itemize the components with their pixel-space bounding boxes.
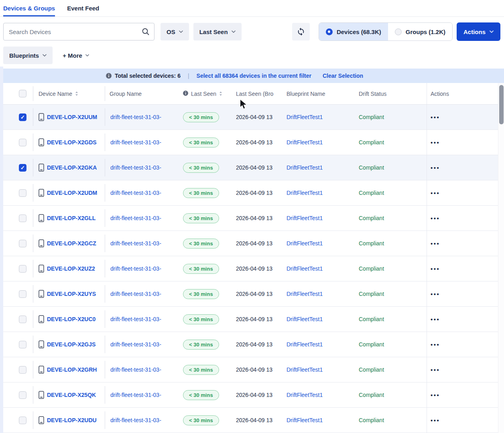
row-checkbox[interactable] xyxy=(19,265,26,273)
row-checkbox[interactable] xyxy=(19,366,26,374)
row-checkbox[interactable] xyxy=(19,391,26,399)
search-input[interactable] xyxy=(3,23,154,40)
blueprint-name-link[interactable]: DriftFleetTest1 xyxy=(287,114,323,120)
blueprint-name-link[interactable]: DriftFleetTest1 xyxy=(287,341,323,348)
row-actions-button[interactable]: ••• xyxy=(431,139,440,146)
row-actions-button[interactable]: ••• xyxy=(431,114,440,121)
header-last-seen[interactable]: Last Seen xyxy=(183,83,236,104)
row-checkbox[interactable] xyxy=(19,417,26,424)
last-seen-browser-value: 2026-04-09 13 xyxy=(236,392,272,398)
blueprint-name-link[interactable]: DriftFleetTest1 xyxy=(287,417,323,423)
row-checkbox[interactable] xyxy=(19,189,26,197)
row-checkbox[interactable] xyxy=(19,113,26,121)
last-seen-filter-dropdown[interactable]: Last Seen xyxy=(193,23,242,40)
smartphone-icon xyxy=(39,340,44,348)
row-actions-button[interactable]: ••• xyxy=(431,417,440,424)
group-name-link[interactable]: drift-fleet-test-31-03- xyxy=(110,164,161,171)
row-checkbox[interactable] xyxy=(19,214,26,222)
blueprints-filter-dropdown[interactable]: Blueprints xyxy=(3,47,53,64)
row-device-cell: DEVE-LOP-X2UZ2 xyxy=(33,256,105,281)
row-last-seen-browser-cell: 2026-04-09 13 xyxy=(236,155,287,180)
device-name-link[interactable]: DEVE-LOP-X2GRH xyxy=(47,366,97,373)
row-select-cell xyxy=(3,105,33,129)
device-name-link[interactable]: DEVE-LOP-X2GJS xyxy=(47,341,96,348)
device-name-link[interactable]: DEVE-LOP-X2UZ2 xyxy=(47,265,95,272)
device-name-link[interactable]: DEVE-LOP-X2UC0 xyxy=(47,316,96,322)
device-name-link[interactable]: DEVE-LOP-X2UUM xyxy=(47,114,97,120)
group-name-link[interactable]: drift-fleet-test-31-03- xyxy=(110,240,161,247)
blueprint-name-link[interactable]: DriftFleetTest1 xyxy=(287,291,323,297)
blueprint-name-link[interactable]: DriftFleetTest1 xyxy=(287,190,323,196)
last-seen-browser-value: 2026-04-09 13 xyxy=(236,114,272,120)
device-name-link[interactable]: DEVE-LOP-X2GLL xyxy=(47,215,96,221)
more-filters-dropdown[interactable]: + More xyxy=(63,52,89,59)
blueprint-name-link[interactable]: DriftFleetTest1 xyxy=(287,316,323,322)
row-actions-button[interactable]: ••• xyxy=(431,316,440,323)
row-actions-button[interactable]: ••• xyxy=(431,341,440,348)
row-last-seen-cell: < 30 mins xyxy=(183,206,236,231)
refresh-button[interactable] xyxy=(292,23,310,40)
drift-status-value: Compliant xyxy=(359,291,384,297)
row-last-seen-cell: < 30 mins xyxy=(183,307,236,332)
device-name-link[interactable]: DEVE-LOP-X2UYS xyxy=(47,291,96,297)
row-last-seen-browser-cell: 2026-04-09 13 xyxy=(236,281,287,306)
toggle-devices[interactable]: Devices (68.3K) xyxy=(319,23,388,40)
row-checkbox[interactable] xyxy=(19,164,26,172)
group-name-link[interactable]: drift-fleet-test-31-03- xyxy=(110,341,161,348)
row-actions-button[interactable]: ••• xyxy=(431,215,440,222)
vertical-scrollbar-track[interactable] xyxy=(498,83,504,433)
row-checkbox[interactable] xyxy=(19,139,26,146)
row-group-cell: drift-fleet-test-31-03- xyxy=(105,155,183,180)
row-actions-button[interactable]: ••• xyxy=(431,366,440,373)
group-name-link[interactable]: drift-fleet-test-31-03- xyxy=(110,417,161,423)
row-actions-button[interactable]: ••• xyxy=(431,392,440,399)
clear-selection-link[interactable]: Clear Selection xyxy=(323,73,363,79)
row-checkbox[interactable] xyxy=(19,240,26,247)
row-actions-button[interactable]: ••• xyxy=(431,164,440,171)
blueprint-name-link[interactable]: DriftFleetTest1 xyxy=(287,366,323,373)
select-all-checkbox[interactable] xyxy=(19,90,26,97)
actions-button[interactable]: Actions xyxy=(457,22,500,41)
device-name-link[interactable]: DEVE-LOP-X2GCZ xyxy=(47,240,96,247)
blueprint-name-link[interactable]: DriftFleetTest1 xyxy=(287,265,323,272)
group-name-link[interactable]: drift-fleet-test-31-03- xyxy=(110,265,161,272)
tab-event-feed[interactable]: Event Feed xyxy=(67,5,99,16)
blueprint-name-link[interactable]: DriftFleetTest1 xyxy=(287,164,323,171)
blueprint-name-link[interactable]: DriftFleetTest1 xyxy=(287,139,323,146)
row-blueprint-cell: DriftFleetTest1 xyxy=(287,332,359,357)
group-name-link[interactable]: drift-fleet-test-31-03- xyxy=(110,114,161,120)
group-name-link[interactable]: drift-fleet-test-31-03- xyxy=(110,291,161,297)
toggle-groups-label: Groups (1.2K) xyxy=(406,28,445,35)
device-name-link[interactable]: DEVE-LOP-X2GKA xyxy=(47,164,97,171)
row-checkbox[interactable] xyxy=(19,290,26,298)
group-name-link[interactable]: drift-fleet-test-31-03- xyxy=(110,392,161,398)
row-select-cell xyxy=(3,307,33,332)
blueprint-name-link[interactable]: DriftFleetTest1 xyxy=(287,240,323,247)
row-actions-button[interactable]: ••• xyxy=(431,190,440,196)
tab-devices-and-groups[interactable]: Devices & Groups xyxy=(3,5,55,16)
device-name-link[interactable]: DEVE-LOP-X2UDM xyxy=(47,190,97,196)
os-filter-dropdown[interactable]: OS xyxy=(161,23,189,40)
group-name-link[interactable]: drift-fleet-test-31-03- xyxy=(110,215,161,221)
header-device-name[interactable]: Device Name xyxy=(33,83,105,104)
row-actions-button[interactable]: ••• xyxy=(431,265,440,272)
row-checkbox[interactable] xyxy=(19,316,26,323)
row-actions-button[interactable]: ••• xyxy=(431,240,440,247)
device-name-link[interactable]: DEVE-LOP-X2GDS xyxy=(47,139,97,146)
group-name-link[interactable]: drift-fleet-test-31-03- xyxy=(110,366,161,373)
row-checkbox[interactable] xyxy=(19,341,26,348)
table-row: DEVE-LOP-X2UZ2 drift-fleet-test-31-03- <… xyxy=(3,256,504,281)
group-name-link[interactable]: drift-fleet-test-31-03- xyxy=(110,190,161,196)
blueprint-name-link[interactable]: DriftFleetTest1 xyxy=(287,392,323,398)
select-all-link[interactable]: Select all 68364 devices in the current … xyxy=(197,73,311,79)
row-actions-button[interactable]: ••• xyxy=(431,291,440,297)
toggle-groups[interactable]: Groups (1.2K) xyxy=(388,23,452,40)
device-name-link[interactable]: DEVE-LOP-X2UDU xyxy=(47,417,97,423)
device-name-link[interactable]: DEVE-LOP-X25QK xyxy=(47,392,96,398)
blueprint-name-link[interactable]: DriftFleetTest1 xyxy=(287,215,323,221)
group-name-link[interactable]: drift-fleet-test-31-03- xyxy=(110,316,161,322)
last-seen-badge: < 30 mins xyxy=(183,390,219,400)
group-name-link[interactable]: drift-fleet-test-31-03- xyxy=(110,139,161,146)
vertical-scrollbar-thumb[interactable] xyxy=(499,85,504,124)
table-body: DEVE-LOP-X2UUM drift-fleet-test-31-03- <… xyxy=(3,105,504,433)
